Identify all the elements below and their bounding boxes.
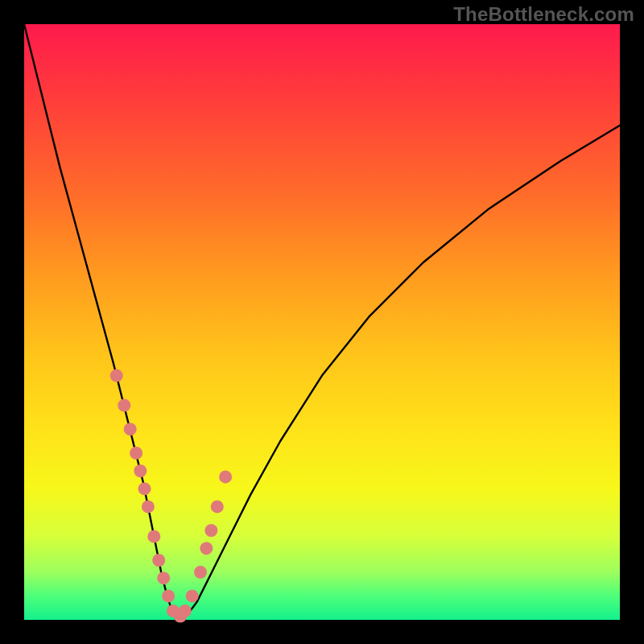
data-point bbox=[194, 566, 207, 579]
data-point bbox=[142, 500, 155, 513]
data-point bbox=[179, 605, 192, 617]
data-point bbox=[147, 530, 160, 543]
data-point bbox=[152, 554, 165, 567]
data-point bbox=[157, 572, 170, 584]
data-point bbox=[186, 589, 199, 602]
data-point bbox=[124, 423, 137, 436]
bottleneck-curve bbox=[24, 24, 620, 618]
data-point bbox=[118, 399, 130, 412]
data-point bbox=[162, 589, 175, 602]
watermark-text: TheBottleneck.com bbox=[453, 3, 634, 26]
chart-plot-area bbox=[24, 24, 620, 620]
data-point bbox=[211, 500, 224, 513]
data-point bbox=[219, 470, 232, 483]
data-point bbox=[204, 524, 217, 537]
chart-frame: TheBottleneck.com bbox=[0, 0, 644, 644]
chart-svg bbox=[24, 24, 620, 620]
data-point bbox=[200, 542, 213, 555]
data-point bbox=[110, 369, 123, 382]
data-point bbox=[130, 447, 142, 460]
data-point bbox=[134, 464, 147, 477]
data-points-group bbox=[110, 369, 232, 623]
data-point bbox=[138, 482, 151, 495]
